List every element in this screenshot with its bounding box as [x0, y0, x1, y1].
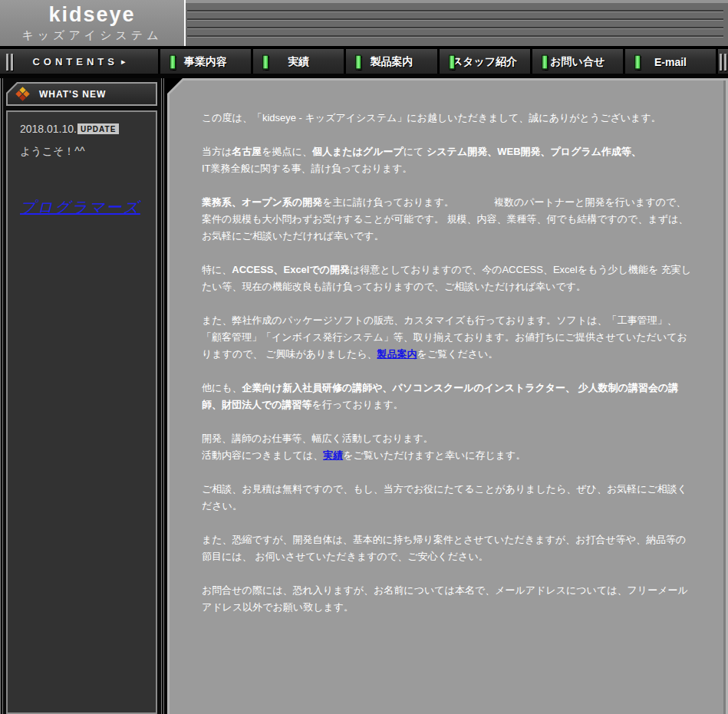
paragraph: 他にも、企業向け新入社員研修の講師や、パソコンスクールのインストラクター、 少人… [202, 380, 693, 413]
text-run: を行っております。 [312, 399, 404, 410]
content-paragraphs: この度は、「kidseye - キッズアイシステム」にお越しいただきまして、誠に… [202, 110, 693, 616]
paragraph: この度は、「kidseye - キッズアイシステム」にお越しいただきまして、誠に… [202, 110, 693, 127]
nav-end-cap [718, 49, 728, 74]
nav-item-label: 事業内容 [184, 55, 227, 69]
nav-indicator-light [262, 54, 268, 69]
rail-bars-icon [720, 54, 726, 71]
text-run: IT業務全般に関する事、請け負っております。 [202, 163, 413, 174]
banner-line [187, 10, 723, 12]
nav-item-label: スタッフ紹介 [452, 55, 517, 69]
rail-bar [11, 54, 13, 71]
banner-line [187, 18, 723, 21]
text-run: にて [404, 146, 427, 157]
text-run: 活動内容につきましては、 [202, 449, 323, 461]
page: kidseye キッズアイシステム CONTENTS ▸ 事業内容 実績 [0, 0, 728, 714]
header-banner [186, 0, 728, 46]
whats-new-title: WHAT'S NEW [39, 89, 106, 100]
text-run: をご覧ください。 [417, 348, 499, 360]
nav-indicator-light [355, 54, 361, 69]
text-run: 名古屋 [232, 146, 262, 157]
nav-item-label: 製品案内 [370, 55, 413, 69]
rail-bar [6, 54, 8, 71]
nav-item-results[interactable]: 実績 [253, 49, 344, 74]
sidebar: WHAT'S NEW 2018.01.10. UPDATE ようこそ！^^ プロ… [0, 78, 164, 714]
paragraph: 特に、ACCESS、Excelでの開発は得意としておりますので、今のACCESS… [202, 262, 693, 295]
nav-indicator-light [449, 54, 455, 69]
nav-indicator-light [634, 54, 641, 69]
programmers-link[interactable]: プログラマーズ [20, 197, 140, 218]
paragraph: 開発、講師のお仕事等、幅広く活動しております。活動内容につきましては、実績をご覧… [202, 430, 693, 464]
news-date: 2018.01.10. [20, 123, 77, 135]
text-run: 開発、講師のお仕事等、幅広く活動しております。 [202, 433, 433, 444]
nav-contents-button[interactable]: CONTENTS ▸ [0, 49, 158, 74]
paragraph: また、恐縮ですが、開発自体は、基本的に持ち帰り案件とさせていただきますが、お打合… [202, 531, 693, 565]
content-frame: この度は、「kidseye - キッズアイシステム」にお越しいただきまして、誠に… [167, 78, 728, 714]
header: kidseye キッズアイシステム [0, 0, 728, 46]
nav-item-business[interactable]: 事業内容 [160, 49, 251, 74]
chevron-right-icon: ▸ [121, 57, 126, 67]
text-run: 個人またはグループ [312, 146, 404, 157]
nav-indicator-light [170, 54, 176, 69]
text-run: 他にも、 [202, 382, 242, 393]
paragraph: 業務系、オープン系の開発を主に請け負っております。 複数のパートナーと開発を行い… [202, 194, 693, 245]
content-link[interactable]: 製品案内 [377, 348, 417, 360]
text-run: お問合せの際には、恐れ入りますが、お名前については本名で、メールアドレスについて… [202, 584, 688, 613]
nav-item-contact[interactable]: お問い合せ [532, 49, 623, 74]
paragraph: また、弊社作成のパッケージソフトの販売、カスタマイズも行っております。ソフトは、… [202, 312, 693, 363]
rail-bars-icon [6, 54, 13, 71]
rail-bar [720, 54, 722, 71]
diamond-icon [15, 87, 29, 100]
rail-bar [724, 54, 726, 71]
text-run: 当方は [202, 146, 232, 157]
text-run: また、恐縮ですが、開発自体は、基本的に持ち帰り案件とさせていただきますが、お打合… [202, 534, 686, 562]
whats-new-header: WHAT'S NEW [6, 82, 157, 106]
text-run: 業務系、オープン系の開発 [202, 196, 322, 208]
nav-contents-label: CONTENTS [32, 56, 118, 67]
news-date-row: 2018.01.10. UPDATE [20, 123, 143, 135]
text-run: この度は、「kidseye - キッズアイシステム」にお越しいただきまして、誠に… [202, 112, 661, 123]
text-run: 特に、 [202, 264, 232, 275]
paragraph: ご相談、お見積は無料ですので、もし、当方でお役にたてることがありましたら、ぜひ、… [202, 481, 693, 515]
greeting-text: ようこそ！^^ [20, 145, 143, 159]
main-navigation: CONTENTS ▸ 事業内容 実績 製品案内 スタッフ紹介 お問い合せ E-m… [0, 49, 728, 74]
nav-item-label: E-mail [654, 56, 687, 68]
news-panel: 2018.01.10. UPDATE ようこそ！^^ プログラマーズ [6, 110, 157, 714]
content-link[interactable]: 実績 [323, 449, 343, 461]
site-subtitle: キッズアイシステム [21, 28, 162, 43]
text-run: ご相談、お見積は無料ですので、もし、当方でお役にたてることがありましたら、ぜひ、… [202, 483, 687, 512]
paragraph: お問合せの際には、恐れ入りますが、お名前については本名で、メールアドレスについて… [202, 582, 693, 616]
content-body: この度は、「kidseye - キッズアイシステム」にお越しいただきまして、誠に… [170, 81, 726, 714]
update-badge: UPDATE [77, 123, 119, 134]
nav-item-label: お問い合せ [550, 55, 604, 69]
main-area: WHAT'S NEW 2018.01.10. UPDATE ようこそ！^^ プロ… [0, 78, 728, 714]
nav-indicator-light [542, 54, 548, 69]
text-run: システム開発、WEB開発、プログラム作成等、 [427, 146, 641, 157]
nav-item-label: 実績 [288, 55, 309, 69]
text-run: 企業向け新入社員研修の講師や、パソコンスクールのインストラクター、 少人数制の講… [202, 382, 678, 410]
site-title: kidseye [48, 3, 135, 27]
nav-item-products[interactable]: 製品案内 [346, 49, 436, 74]
nav-item-staff[interactable]: スタッフ紹介 [440, 49, 530, 74]
text-run: を拠点に、 [262, 146, 312, 157]
nav-item-email[interactable]: E-mail [625, 49, 716, 74]
whats-new-header-inner: WHAT'S NEW [8, 84, 156, 104]
banner-line [187, 35, 723, 38]
text-run: ACCESS、Excelでの開発 [232, 264, 350, 275]
banner-line [187, 27, 723, 29]
paragraph: 当方は名古屋を拠点に、個人またはグループにて システム開発、WEB開発、プログラ… [202, 143, 693, 177]
site-logo: kidseye キッズアイシステム [0, 0, 184, 46]
text-run: をご覧いただけますと幸いに存じます。 [343, 449, 525, 461]
